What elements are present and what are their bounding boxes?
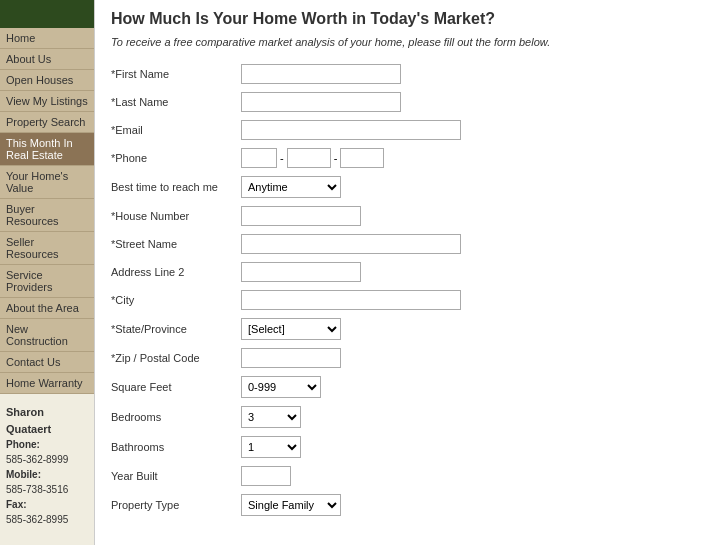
main-content: How Much Is Your Home Worth in Today's M… (95, 0, 727, 545)
phone-last-input[interactable] (340, 148, 384, 168)
nav-menu: HomeAbout UsOpen HousesView My ListingsP… (0, 28, 94, 394)
property-type-row: Property Type Single Family Condo Townho… (111, 494, 711, 516)
mobile-label: Mobile: (6, 469, 41, 480)
email-label: *Email (111, 124, 241, 136)
bedrooms-row: Bedrooms 1 2 3 4 5+ (111, 406, 711, 428)
house-number-input[interactable] (241, 206, 361, 226)
first-name-label: *First Name (111, 68, 241, 80)
email-row: *Email (111, 120, 711, 140)
zip-label: *Zip / Postal Code (111, 352, 241, 364)
property-type-select[interactable]: Single Family Condo Townhouse Multi-Fami… (241, 494, 341, 516)
sidebar-nav-item[interactable]: Service Providers (0, 265, 94, 298)
state-label: *State/Province (111, 323, 241, 335)
sidebar-nav-item[interactable]: About the Area (0, 298, 94, 319)
phone-mid-input[interactable] (287, 148, 331, 168)
street-name-input[interactable] (241, 234, 461, 254)
state-row: *State/Province [Select] NY PA OH CA (111, 318, 711, 340)
first-name-input[interactable] (241, 64, 401, 84)
city-input[interactable] (241, 290, 461, 310)
sidebar-header (0, 0, 94, 28)
sidebar-contact: Sharon Quataert Phone: 585-362-8999 Mobi… (0, 398, 94, 545)
sqft-label: Square Feet (111, 381, 241, 393)
address2-label: Address Line 2 (111, 266, 241, 278)
last-name-label: *Last Name (111, 96, 241, 108)
house-number-label: *House Number (111, 210, 241, 222)
phone-label: Phone: (6, 439, 40, 450)
sidebar-nav-item[interactable]: Buyer Resources (0, 199, 94, 232)
contact-name: Sharon Quataert (6, 404, 88, 437)
contact-mobile: 585-738-3516 (6, 484, 68, 495)
sidebar-nav-item[interactable]: Your Home's Value (0, 166, 94, 199)
sqft-row: Square Feet 0-999 1000-1499 1500-1999 20… (111, 376, 711, 398)
bedrooms-select[interactable]: 1 2 3 4 5+ (241, 406, 301, 428)
sidebar-nav-item[interactable]: Seller Resources (0, 232, 94, 265)
sidebar-nav-item[interactable]: This Month In Real Estate (0, 133, 94, 166)
sidebar: HomeAbout UsOpen HousesView My ListingsP… (0, 0, 95, 545)
city-label: *City (111, 294, 241, 306)
sidebar-nav-item[interactable]: New Construction (0, 319, 94, 352)
year-built-input[interactable] (241, 466, 291, 486)
bathrooms-label: Bathrooms (111, 441, 241, 453)
bedrooms-label: Bedrooms (111, 411, 241, 423)
street-name-row: *Street Name (111, 234, 711, 254)
sidebar-nav-item[interactable]: Home (0, 28, 94, 49)
address2-row: Address Line 2 (111, 262, 711, 282)
reach-time-row: Best time to reach me Anytime Morning Af… (111, 176, 711, 198)
bathrooms-row: Bathrooms 1 1.5 2 2.5 3+ (111, 436, 711, 458)
bathrooms-select[interactable]: 1 1.5 2 2.5 3+ (241, 436, 301, 458)
phone-sep-1: - (280, 152, 284, 164)
contact-phone: 585-362-8999 (6, 454, 68, 465)
address2-input[interactable] (241, 262, 361, 282)
phone-area-input[interactable] (241, 148, 277, 168)
reach-time-label: Best time to reach me (111, 181, 241, 193)
sidebar-header-text (6, 8, 9, 20)
reach-time-select[interactable]: Anytime Morning Afternoon Evening (241, 176, 341, 198)
fax-label: Fax: (6, 499, 27, 510)
sidebar-nav-item[interactable]: About Us (0, 49, 94, 70)
sidebar-nav-item[interactable]: Open Houses (0, 70, 94, 91)
contact-fax: 585-362-8995 (6, 514, 68, 525)
first-name-row: *First Name (111, 64, 711, 84)
intro-text: To receive a free comparative market ana… (111, 36, 711, 48)
state-select[interactable]: [Select] NY PA OH CA (241, 318, 341, 340)
sidebar-nav-item[interactable]: Home Warranty (0, 373, 94, 394)
page-title: How Much Is Your Home Worth in Today's M… (111, 10, 711, 28)
phone-label: *Phone (111, 152, 241, 164)
last-name-row: *Last Name (111, 92, 711, 112)
phone-sep-2: - (334, 152, 338, 164)
zip-input[interactable] (241, 348, 341, 368)
house-number-row: *House Number (111, 206, 711, 226)
sidebar-nav-item[interactable]: Property Search (0, 112, 94, 133)
sidebar-nav-item[interactable]: View My Listings (0, 91, 94, 112)
property-type-label: Property Type (111, 499, 241, 511)
year-built-label: Year Built (111, 470, 241, 482)
last-name-input[interactable] (241, 92, 401, 112)
sidebar-nav-item[interactable]: Contact Us (0, 352, 94, 373)
email-input[interactable] (241, 120, 461, 140)
street-name-label: *Street Name (111, 238, 241, 250)
year-built-row: Year Built (111, 466, 711, 486)
sqft-select[interactable]: 0-999 1000-1499 1500-1999 2000-2499 2500… (241, 376, 321, 398)
city-row: *City (111, 290, 711, 310)
zip-row: *Zip / Postal Code (111, 348, 711, 368)
phone-row: *Phone - - (111, 148, 711, 168)
